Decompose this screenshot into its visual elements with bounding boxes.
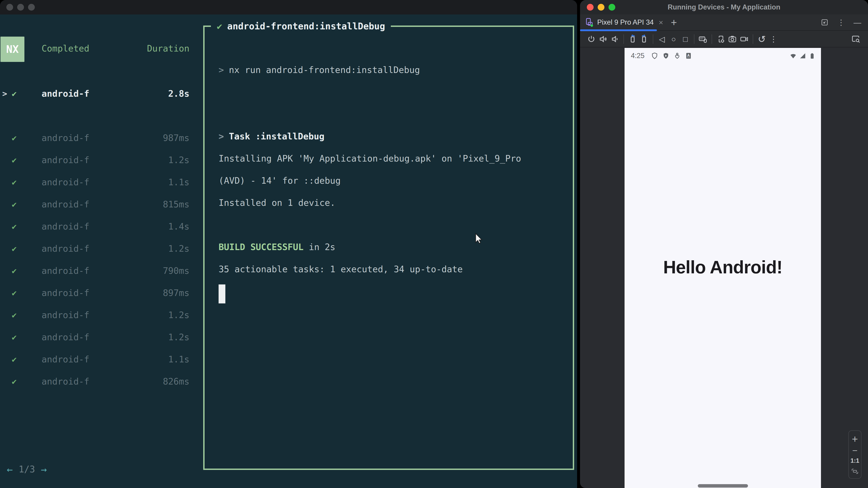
volume-up-icon[interactable] [597, 33, 609, 45]
reboot-icon[interactable]: ↺ [756, 33, 768, 45]
fit-to-window-icon[interactable] [851, 468, 859, 475]
emulator-toolbar: ◁ ○ □ [580, 31, 868, 47]
device-settings-icon[interactable] [715, 33, 726, 45]
back-icon[interactable]: ◁ [656, 33, 668, 45]
check-icon: ✔ [12, 348, 17, 370]
toolbar-separator [753, 34, 753, 44]
task-row[interactable]: ✔ android-f897ms [0, 282, 194, 304]
output-line: Installed on 1 device. [219, 192, 553, 214]
notification-icons: A [651, 52, 692, 60]
completed-column-header: Completed [41, 37, 89, 60]
device-tab-bar: Pixel 9 Pro API 34 × + ⋮ — [580, 14, 868, 31]
list-gap [0, 105, 194, 127]
overview-icon[interactable]: □ [680, 33, 691, 45]
device-phone-icon [585, 18, 594, 27]
prompt-icon: > [219, 65, 224, 75]
toolbar-more-icon[interactable]: ⋮ [768, 33, 779, 45]
next-page-arrow[interactable]: → [41, 464, 47, 475]
task-row[interactable]: ✔ android-f815ms [0, 193, 194, 216]
close-window-icon[interactable] [6, 4, 13, 11]
zoom-in-button[interactable]: + [852, 434, 858, 444]
nx-terminal-window: NX Completed Duration > ✔ android-f 2.8s… [0, 0, 577, 488]
toolbar-separator [712, 34, 712, 44]
task-row[interactable]: ✔ android-f987ms [0, 127, 194, 149]
actual-size-button[interactable]: 1:1 [850, 457, 859, 464]
auto-box-icon: A [685, 52, 692, 60]
power-icon[interactable] [585, 33, 597, 45]
task-list: > ✔ android-f 2.8s ✔ android-f987ms ✔ an… [0, 83, 194, 393]
terminal-cursor [219, 285, 225, 303]
task-row[interactable]: ✔ android-f1.2s [0, 149, 194, 171]
task-output-box: ✔android-frontend:installDebug >nx run a… [203, 26, 574, 470]
task-row[interactable]: ✔ android-f1.2s [0, 238, 194, 260]
zoom-out-button[interactable]: − [852, 447, 857, 454]
check-icon: ✔ [12, 149, 17, 171]
selection-chevron-icon: > [2, 83, 7, 105]
pagination: ← 1/3 → [7, 458, 47, 480]
float-window-icon[interactable] [820, 18, 829, 26]
shield-play-icon [662, 52, 670, 60]
navigation-pill[interactable] [698, 484, 748, 488]
task-row[interactable]: ✔ android-f1.4s [0, 216, 194, 238]
rotate-left-icon[interactable] [627, 33, 638, 45]
check-icon: ✔ [12, 171, 17, 193]
wellbeing-icon [673, 52, 681, 60]
task-row[interactable]: ✔ android-f1.1s [0, 171, 194, 193]
svg-text:A: A [687, 54, 690, 57]
add-tab-icon[interactable]: + [671, 16, 677, 29]
home-icon[interactable]: ○ [668, 33, 680, 45]
hello-android-text: Hello Android! [625, 257, 821, 278]
toolbar-separator [694, 34, 694, 44]
check-icon: ✔ [12, 193, 17, 216]
terminal-titlebar [0, 0, 577, 14]
prev-page-arrow[interactable]: ← [7, 464, 13, 475]
system-status-icons [789, 52, 816, 60]
check-icon: ✔ [12, 304, 17, 326]
task-row[interactable]: ✔ android-f1.2s [0, 304, 194, 326]
android-status-bar: 4:25 [625, 48, 821, 64]
task-row-selected[interactable]: > ✔ android-f 2.8s [0, 83, 194, 105]
task-row[interactable]: ✔ android-f826ms [0, 370, 194, 393]
toolbar-separator [623, 34, 624, 44]
task-output-title: ✔android-frontend:installDebug [211, 15, 391, 37]
studio-titlebar: Running Devices - My Application [580, 0, 868, 14]
output-line: Installing APK 'My Application-debug.apk… [219, 148, 553, 170]
running-devices-window: Running Devices - My Application Pixel 9… [580, 0, 868, 488]
hardware-input-icon[interactable] [697, 33, 709, 45]
battery-icon [808, 52, 816, 60]
task-row[interactable]: ✔ android-f1.1s [0, 348, 194, 370]
close-tab-icon[interactable]: × [659, 18, 663, 27]
rotate-right-icon[interactable] [638, 33, 650, 45]
wifi-icon [789, 52, 797, 60]
window-title: Running Devices - My Application [580, 0, 868, 14]
check-icon: ✔ [12, 83, 17, 105]
panel-controls: ⋮ — [820, 18, 861, 27]
zoom-controls: + − 1:1 [848, 430, 862, 479]
page-indicator: 1/3 [19, 464, 35, 475]
check-icon: ✔ [12, 238, 17, 260]
hide-panel-icon[interactable]: — [854, 18, 861, 27]
prompt-icon: > [219, 131, 224, 141]
mouse-pointer [473, 233, 484, 246]
screen-search-icon[interactable] [850, 33, 862, 45]
signal-icon [799, 52, 807, 60]
toolbar-separator [653, 34, 653, 44]
more-options-icon[interactable]: ⋮ [837, 18, 845, 27]
emulator-screen[interactable]: 4:25 [625, 48, 821, 488]
check-icon: ✔ [12, 326, 17, 348]
minimize-window-icon[interactable] [17, 4, 24, 11]
check-icon: ✔ [217, 21, 222, 31]
shield-outline-icon [651, 52, 658, 60]
task-row[interactable]: ✔ android-f1.2s [0, 326, 194, 348]
check-icon: ✔ [12, 127, 17, 149]
status-time: 4:25 [631, 52, 645, 60]
maximize-window-icon[interactable] [28, 4, 35, 11]
screen-record-icon[interactable] [738, 33, 750, 45]
duration-column-header: Duration [147, 37, 189, 60]
tab-pixel-9-pro[interactable]: Pixel 9 Pro API 34 × [585, 14, 663, 30]
gradle-task-heading: >Task :installDebug [219, 125, 553, 148]
task-table-header: Completed Duration [0, 37, 194, 60]
volume-down-icon[interactable] [609, 33, 621, 45]
task-row[interactable]: ✔ android-f790ms [0, 260, 194, 282]
screenshot-camera-icon[interactable] [726, 33, 738, 45]
